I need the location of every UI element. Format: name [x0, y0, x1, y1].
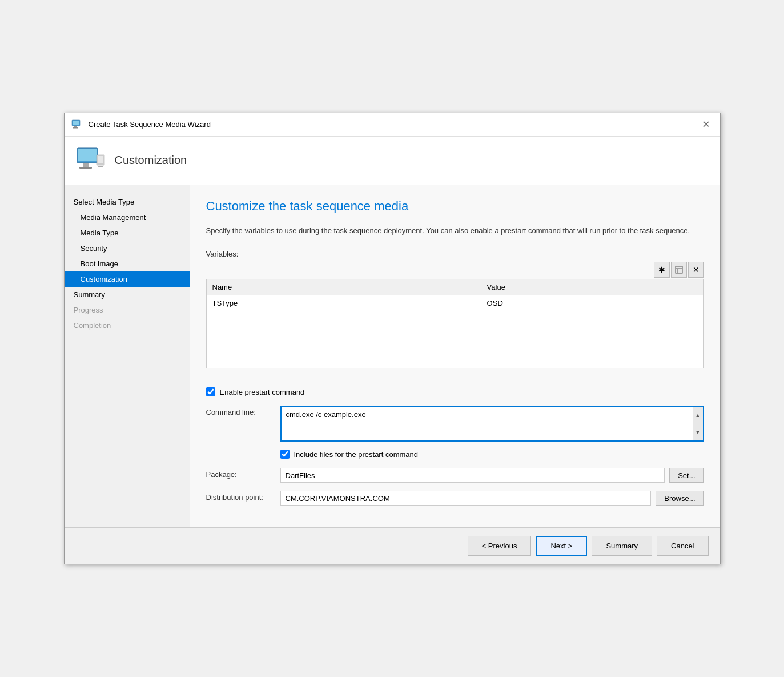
cancel-button[interactable]: Cancel [657, 536, 708, 556]
divider [206, 378, 704, 378]
add-variable-button[interactable]: ✱ [654, 262, 670, 278]
close-button[interactable]: ✕ [699, 118, 713, 131]
var-value-cell: OSD [481, 295, 703, 311]
command-line-row: Command line: cmd.exe /c example.exe ▲ ▼ [206, 406, 704, 442]
window-icon [71, 119, 83, 130]
sidebar-item-media-type[interactable]: Media Type [65, 225, 190, 241]
col-name-header: Name [206, 279, 481, 295]
svg-rect-1 [73, 121, 79, 125]
package-row: Package: Set... [206, 468, 704, 483]
enable-prestart-row: Enable prestart command [206, 387, 704, 396]
main-panel: Customize the task sequence media Specif… [190, 185, 720, 528]
svg-rect-5 [78, 149, 97, 161]
sidebar-item-select-media-type[interactable]: Select Media Type [65, 194, 190, 210]
enable-prestart-label[interactable]: Enable prestart command [220, 388, 305, 396]
package-label: Package: [206, 468, 280, 479]
next-button[interactable]: Next > [536, 536, 587, 556]
sidebar-item-media-management[interactable]: Media Management [65, 210, 190, 225]
svg-rect-3 [73, 127, 78, 129]
set-button[interactable]: Set... [669, 468, 703, 483]
header-area: Customization [65, 137, 720, 185]
scrollbar: ▲ ▼ [693, 407, 703, 440]
title-bar: Create Task Sequence Media Wizard ✕ [65, 113, 720, 137]
distribution-point-row: Distribution point: Browse... [206, 491, 704, 506]
command-line-input[interactable]: cmd.exe /c example.exe [282, 407, 703, 439]
edit-icon [675, 266, 683, 274]
browse-button[interactable]: Browse... [656, 491, 703, 506]
include-files-label[interactable]: Include files for the prestart command [294, 450, 419, 459]
scroll-down-arrow[interactable]: ▼ [693, 424, 703, 441]
variables-label: Variables: [206, 250, 704, 258]
footer: < Previous Next > Summary Cancel [65, 527, 720, 564]
edit-variable-button[interactable] [671, 262, 687, 278]
window-title: Create Task Sequence Media Wizard [89, 120, 211, 129]
delete-variable-button[interactable]: ✕ [688, 262, 704, 278]
sidebar-item-security[interactable]: Security [65, 241, 190, 256]
package-input[interactable] [280, 468, 665, 483]
sidebar-item-boot-image[interactable]: Boot Image [65, 256, 190, 271]
command-line-wrapper: cmd.exe /c example.exe ▲ ▼ [280, 406, 704, 442]
main-title: Customize the task sequence media [206, 199, 704, 214]
distribution-point-label: Distribution point: [206, 491, 280, 502]
sidebar-item-progress: Progress [65, 302, 190, 318]
distribution-point-input[interactable] [280, 491, 652, 506]
summary-button[interactable]: Summary [592, 536, 652, 556]
scroll-up-arrow[interactable]: ▲ [693, 407, 703, 424]
previous-button[interactable]: < Previous [468, 536, 532, 556]
svg-rect-7 [79, 167, 92, 169]
svg-rect-6 [83, 163, 89, 167]
enable-prestart-checkbox[interactable] [206, 387, 215, 396]
table-spacer-row [206, 311, 703, 368]
content-area: Select Media Type Media Management Media… [65, 185, 720, 528]
svg-rect-10 [98, 166, 103, 167]
sidebar-item-customization[interactable]: Customization [65, 271, 190, 287]
var-name-cell: TSType [206, 295, 481, 311]
include-files-checkbox[interactable] [280, 450, 290, 459]
sidebar-item-summary[interactable]: Summary [65, 287, 190, 302]
wizard-window: Create Task Sequence Media Wizard ✕ Cust… [64, 113, 721, 565]
svg-rect-2 [74, 126, 77, 127]
variables-toolbar: ✱ ✕ [206, 262, 704, 278]
svg-rect-9 [98, 156, 103, 163]
variables-table: Name Value TSType OSD [206, 279, 704, 368]
col-value-header: Value [481, 279, 703, 295]
table-row[interactable]: TSType OSD [206, 295, 703, 311]
header-title: Customization [115, 154, 187, 167]
sidebar: Select Media Type Media Management Media… [65, 185, 190, 528]
command-line-label: Command line: [206, 406, 280, 416]
sidebar-item-completion: Completion [65, 318, 190, 333]
description: Specify the variables to use during the … [206, 225, 704, 237]
header-icon [76, 146, 106, 175]
include-files-row: Include files for the prestart command [280, 450, 704, 459]
svg-rect-11 [676, 266, 682, 273]
